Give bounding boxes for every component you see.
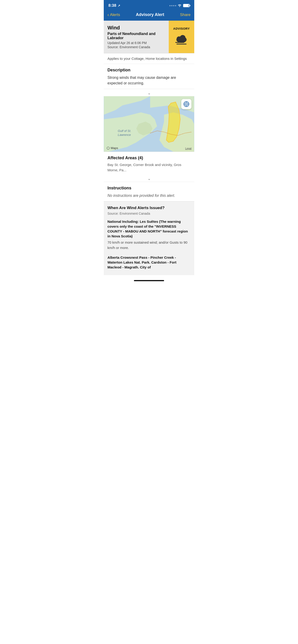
alert-type: Wind bbox=[107, 25, 165, 31]
battery-fill bbox=[184, 4, 189, 7]
instructions-body: No instructions are provided for this al… bbox=[107, 193, 191, 198]
applies-section: Applies to your Cottage, Home locations … bbox=[104, 53, 194, 64]
region-1-body: 70 km/h or more sustained wind; and/or G… bbox=[107, 240, 191, 250]
status-indicators bbox=[169, 4, 190, 8]
signal-dot-1 bbox=[169, 5, 171, 6]
wind-advisory-icon bbox=[173, 32, 190, 47]
badge-label: ADVISORY bbox=[173, 27, 190, 30]
location-icon: ↗ bbox=[118, 4, 120, 8]
description-expand-icon[interactable]: ⌄ bbox=[104, 89, 194, 96]
region-2-title: Alberta Crowsnest Pass - Pincher Creek -… bbox=[107, 255, 191, 270]
alert-badge: ADVISORY bbox=[169, 21, 194, 53]
signal-dot-2 bbox=[171, 5, 172, 6]
affected-expand-icon[interactable]: ⌄ bbox=[104, 174, 194, 182]
alert-region: Parts of Newfoundland and Labrador bbox=[107, 32, 165, 40]
info-box-region-1: National Including: Les Suêtes (The warn… bbox=[107, 219, 191, 250]
home-bar bbox=[134, 280, 164, 281]
svg-point-16 bbox=[186, 104, 187, 104]
map-container[interactable]: Gulf of St. Lawrence Maps Legal bbox=[104, 96, 194, 152]
affected-body: Bay St. George, Corner Brook and vicinit… bbox=[107, 162, 191, 173]
nav-title: Advisory Alert bbox=[136, 12, 164, 17]
svg-point-2 bbox=[180, 35, 185, 40]
nav-bar: ‹ Alerts Advisory Alert Share bbox=[104, 10, 194, 21]
info-box-source: Source: Environment Canada bbox=[107, 212, 191, 215]
battery-icon bbox=[183, 4, 190, 7]
map-svg: Gulf of St. Lawrence bbox=[104, 96, 194, 152]
back-button[interactable]: ‹ Alerts bbox=[107, 12, 120, 18]
instructions-section: Instructions No instructions are provide… bbox=[104, 182, 194, 201]
alert-header-card: Wind Parts of Newfoundland and Labrador … bbox=[104, 21, 194, 53]
signal-dot-3 bbox=[173, 5, 174, 6]
instructions-title: Instructions bbox=[107, 186, 191, 190]
info-box-title: When Are Wind Alerts Issued? bbox=[107, 206, 191, 210]
status-bar: 8:38 ↗ bbox=[104, 0, 194, 10]
home-indicator bbox=[104, 275, 194, 284]
svg-text:Lawrence: Lawrence bbox=[118, 133, 131, 136]
time-display: 8:38 bbox=[108, 3, 116, 8]
back-chevron-icon: ‹ bbox=[107, 12, 109, 18]
svg-text:Gulf of St.: Gulf of St. bbox=[118, 129, 131, 132]
maps-brand: Maps bbox=[107, 146, 118, 150]
maps-label: Maps bbox=[111, 146, 118, 150]
signal-dots bbox=[169, 5, 176, 6]
signal-dot-4 bbox=[175, 5, 176, 6]
info-box: When Are Wind Alerts Issued? Source: Env… bbox=[104, 201, 194, 275]
region-1-title: National Including: Les Suêtes (The warn… bbox=[107, 219, 191, 238]
description-title: Description bbox=[107, 68, 191, 72]
affected-areas-section: Affected Areas (4) Bay St. George, Corne… bbox=[104, 152, 194, 174]
map-legal[interactable]: Legal bbox=[185, 147, 191, 150]
affected-title: Affected Areas (4) bbox=[107, 156, 191, 160]
description-body: Strong winds that may cause damage are e… bbox=[107, 75, 191, 86]
info-box-region-2: Alberta Crowsnest Pass - Pincher Creek -… bbox=[107, 255, 191, 270]
wifi-icon bbox=[178, 4, 182, 8]
alert-updated: Updated Apr 26 at 6:06 PM bbox=[107, 41, 165, 45]
description-section: Description Strong winds that may cause … bbox=[104, 64, 194, 89]
alert-header-text: Wind Parts of Newfoundland and Labrador … bbox=[104, 21, 169, 53]
applies-text: Applies to your Cottage, Home locations … bbox=[107, 56, 187, 60]
share-button[interactable]: Share bbox=[180, 12, 191, 17]
alert-source: Source: Environment Canada bbox=[107, 45, 165, 49]
status-time-area: 8:38 ↗ bbox=[108, 3, 120, 8]
map-location-button[interactable] bbox=[181, 99, 191, 109]
back-label: Alerts bbox=[110, 12, 120, 17]
